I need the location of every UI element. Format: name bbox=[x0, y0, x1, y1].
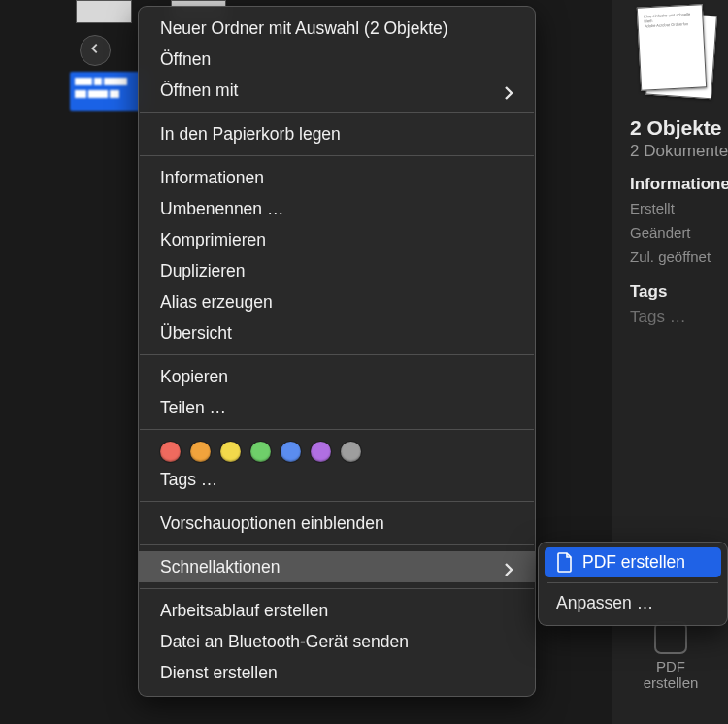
tags-input-placeholder[interactable]: Tags … bbox=[630, 308, 728, 327]
submenu-customize[interactable]: Anpassen … bbox=[545, 588, 721, 618]
document-icon bbox=[556, 552, 573, 573]
tag-color-orange[interactable] bbox=[190, 442, 211, 462]
preview-sheet: Eine einfache und schnelle MethAdobe Acr… bbox=[637, 4, 707, 90]
chevron-right-icon bbox=[504, 560, 513, 574]
menu-tags[interactable]: Tags … bbox=[139, 464, 535, 495]
menu-separator bbox=[140, 112, 534, 113]
menu-get-info[interactable]: Informationen bbox=[139, 162, 535, 193]
menu-copy[interactable]: Kopieren bbox=[139, 361, 535, 392]
menu-separator bbox=[140, 155, 534, 156]
submenu-create-pdf-label: PDF erstellen bbox=[582, 552, 685, 573]
tag-color-yellow[interactable] bbox=[220, 442, 241, 462]
menu-separator bbox=[140, 429, 534, 430]
menu-tag-colors bbox=[139, 436, 535, 464]
info-tags-heading: Tags bbox=[630, 282, 728, 302]
menu-rename[interactable]: Umbenennen … bbox=[139, 193, 535, 224]
submenu-customize-label: Anpassen … bbox=[556, 593, 653, 613]
menu-separator bbox=[140, 544, 534, 545]
preview-thumbnail-stack: Eine einfache und schnelle MethAdobe Acr… bbox=[636, 0, 718, 105]
tag-color-red[interactable] bbox=[160, 442, 181, 462]
menu-create-service[interactable]: Dienst erstellen bbox=[139, 657, 535, 688]
menu-open-with[interactable]: Öffnen mit bbox=[139, 75, 535, 106]
menu-create-workflow[interactable]: Arbeitsablauf erstellen bbox=[139, 595, 535, 626]
info-modified-label: Geändert bbox=[630, 224, 728, 241]
menu-separator bbox=[140, 501, 534, 502]
info-created-label: Erstellt bbox=[630, 200, 728, 216]
submenu-create-pdf[interactable]: PDF erstellen bbox=[545, 547, 721, 577]
context-menu: Neuer Ordner mit Auswahl (2 Objekte) Öff… bbox=[138, 6, 536, 697]
file-thumbnail[interactable] bbox=[76, 0, 132, 23]
nav-back-button[interactable] bbox=[80, 35, 111, 66]
menu-send-bluetooth[interactable]: Datei an Bluetooth-Gerät senden bbox=[139, 626, 535, 657]
info-last-opened-label: Zul. geöffnet bbox=[630, 248, 728, 265]
menu-duplicate[interactable]: Duplizieren bbox=[139, 255, 535, 286]
menu-open[interactable]: Öffnen bbox=[139, 44, 535, 75]
quick-action-pdf-label-1: PDF bbox=[624, 658, 717, 675]
menu-share[interactable]: Teilen … bbox=[139, 392, 535, 423]
menu-separator bbox=[140, 588, 534, 589]
menu-quick-look[interactable]: Übersicht bbox=[139, 317, 535, 348]
menu-compress[interactable]: Komprimieren bbox=[139, 224, 535, 255]
document-outline-icon bbox=[654, 621, 687, 654]
info-title: 2 Objekte bbox=[630, 116, 728, 140]
selected-file-label[interactable] bbox=[70, 72, 148, 111]
menu-quick-actions[interactable]: Schnellaktionen bbox=[139, 551, 535, 582]
menu-new-folder-with-selection[interactable]: Neuer Ordner mit Auswahl (2 Objekte) bbox=[139, 13, 535, 44]
chevron-right-icon bbox=[504, 83, 513, 97]
quick-actions-submenu: PDF erstellen Anpassen … bbox=[538, 542, 728, 626]
tag-color-gray[interactable] bbox=[341, 442, 361, 462]
menu-make-alias[interactable]: Alias erzeugen bbox=[139, 286, 535, 317]
chevron-left-icon bbox=[88, 41, 102, 60]
tag-color-green[interactable] bbox=[250, 442, 271, 462]
menu-move-to-trash[interactable]: In den Papierkorb legen bbox=[139, 118, 535, 149]
info-section-heading: Informationen bbox=[630, 175, 728, 194]
menu-separator bbox=[140, 354, 534, 355]
quick-action-pdf-label-2: erstellen bbox=[624, 675, 717, 691]
tag-color-blue[interactable] bbox=[281, 442, 301, 462]
info-subtitle: 2 Dokumente – bbox=[630, 142, 728, 161]
menu-separator bbox=[547, 582, 718, 583]
finder-background bbox=[0, 0, 155, 126]
menu-show-preview-options[interactable]: Vorschauoptionen einblenden bbox=[139, 508, 535, 539]
tag-color-purple[interactable] bbox=[311, 442, 331, 462]
quick-action-pdf[interactable]: PDF erstellen bbox=[624, 621, 717, 691]
